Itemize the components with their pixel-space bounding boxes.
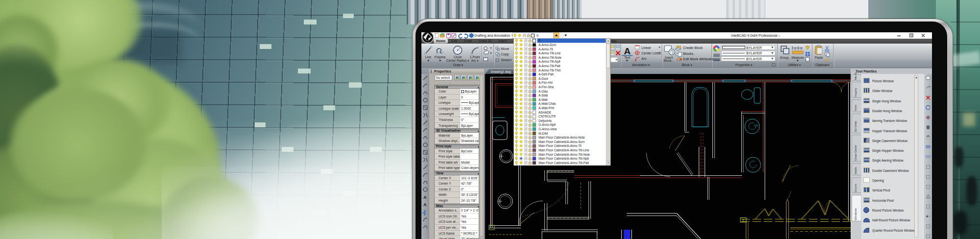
svg-text:Group...: Group... bbox=[780, 56, 791, 60]
svg-text:ASHADE: ASHADE bbox=[539, 111, 551, 114]
svg-text:Main Floor Cabinets\A-Anno-Tit: Main Floor Cabinets\A-Anno-Titl-Line bbox=[539, 148, 589, 152]
svg-text:Defpoints: Defpoints bbox=[539, 119, 552, 123]
svg-text:Main Floor Cabinets\A-Anno-Tit: Main Floor Cabinets\A-Anno-Titl-Patt bbox=[539, 161, 589, 165]
svg-text:Polyline: Polyline bbox=[435, 55, 446, 59]
svg-text:Arc ▾: Arc ▾ bbox=[471, 59, 479, 62]
svg-text:Block ▾: Block ▾ bbox=[682, 63, 693, 67]
svg-text:A-Anno-Titl-Note: A-Anno-Titl-Note bbox=[539, 56, 562, 59]
svg-text:Utilities ▾: Utilities ▾ bbox=[788, 63, 801, 67]
svg-text:A-Flor-Hnl: A-Flor-Hnl bbox=[539, 81, 553, 84]
svg-text:Draw: Draw bbox=[464, 39, 472, 43]
svg-text:Annotation ▾: Annotation ▾ bbox=[632, 63, 650, 67]
svg-text:A-Wall: A-Wall bbox=[539, 98, 547, 101]
svg-text:Blocks..: Blocks.. bbox=[683, 52, 695, 55]
svg-text:1-Point: 1-Point bbox=[470, 55, 480, 59]
svg-text:A-Glaz: A-Glaz bbox=[539, 90, 548, 93]
svg-text:A-Flor-Stra: A-Flor-Stra bbox=[539, 85, 554, 89]
svg-text:BYLAYER: BYLAYER bbox=[746, 57, 762, 61]
svg-text:Measure: Measure bbox=[791, 56, 804, 59]
svg-text:A-Anno-Titl-Nplt: A-Anno-Titl-Nplt bbox=[539, 60, 561, 64]
svg-text:BYLAYER: BYLAYER bbox=[746, 46, 762, 49]
svg-text:Line: Line bbox=[425, 55, 432, 59]
svg-text:Center Lines: Center Lines bbox=[641, 51, 661, 55]
svg-text:Move: Move bbox=[501, 47, 509, 50]
svg-text:Main Floor Cabinets\A-Anno-Til: Main Floor Cabinets\A-Anno-Til bbox=[539, 144, 582, 147]
svg-text:0: 0 bbox=[537, 34, 539, 37]
svg-text:Linear: Linear bbox=[641, 46, 651, 49]
svg-text:Edit: Edit bbox=[451, 39, 457, 43]
svg-text:A-Anno-Til: A-Anno-Til bbox=[539, 48, 553, 51]
svg-text:A-Anno-Titl-Line: A-Anno-Titl-Line bbox=[539, 51, 561, 55]
svg-text:Block...: Block... bbox=[663, 59, 674, 62]
svg-text:Paste: Paste bbox=[815, 56, 823, 59]
svg-text:BYLAYER: BYLAYER bbox=[746, 51, 762, 55]
svg-text:Drafting and Annotation: Drafting and Annotation bbox=[474, 34, 510, 38]
svg-text:Draw 3D: Draw 3D bbox=[479, 39, 492, 43]
svg-text:Main Floor Cabinets\A-Anno-Tit: Main Floor Cabinets\A-Anno-Titl-Note bbox=[539, 153, 590, 156]
svg-text:Text: Text bbox=[624, 56, 630, 59]
svg-text:Main Floor Cabinets\A-Anno-Tit: Main Floor Cabinets\A-Anno-Titl-Nplt bbox=[539, 157, 589, 161]
svg-text:A-Wall-Chas: A-Wall-Chas bbox=[539, 102, 556, 105]
svg-text:A: A bbox=[624, 46, 631, 56]
svg-text:Draw ▾: Draw ▾ bbox=[453, 63, 464, 67]
svg-text:A: A bbox=[423, 195, 427, 200]
svg-text:M-DIM: M-DIM bbox=[539, 132, 548, 135]
svg-text:Copy: Copy bbox=[501, 52, 509, 56]
svg-text:Create Block: Create Block bbox=[683, 46, 703, 49]
svg-text:Edit Block Attributes: Edit Block Attributes bbox=[683, 57, 714, 61]
svg-text:Clipboard: Clipboard bbox=[815, 63, 829, 67]
svg-text:A-Detl-Patt: A-Detl-Patt bbox=[539, 72, 554, 76]
svg-text:A-Wall-Prht: A-Wall-Prht bbox=[539, 106, 554, 110]
svg-text:Circle: Circle bbox=[454, 55, 462, 59]
svg-text:A-Anno-Titl-Patt: A-Anno-Titl-Patt bbox=[539, 64, 561, 68]
svg-text:G-Anno-View: G-Anno-View bbox=[539, 127, 557, 131]
svg-text:IntelliCAD 9.0x64 Professional: IntelliCAD 9.0x64 Professional – bbox=[731, 34, 780, 37]
svg-text:Home: Home bbox=[436, 39, 446, 43]
svg-text:Main Floor Cabinets\A-Anno-Not: Main Floor Cabinets\A-Anno-Note bbox=[539, 136, 585, 139]
svg-text:0: 0 bbox=[539, 39, 540, 42]
svg-text:A-Slab: A-Slab bbox=[539, 94, 548, 97]
svg-text:A-Anno-Titl-Thin: A-Anno-Titl-Thin bbox=[539, 69, 561, 72]
svg-text:A: A bbox=[423, 202, 427, 207]
svg-text:Center Radius ▾: Center Radius ▾ bbox=[446, 59, 469, 62]
svg-text:A-Anno-Scrn: A-Anno-Scrn bbox=[539, 43, 557, 47]
svg-text:Arc: Arc bbox=[641, 57, 647, 60]
svg-text:Main Floor Cabinets\A-Anno-Scr: Main Floor Cabinets\A-Anno-Scrn bbox=[539, 140, 585, 143]
svg-text:Stretch: Stretch bbox=[501, 58, 512, 62]
svg-text:Insert: Insert bbox=[498, 39, 507, 43]
svg-text:Properties ▾: Properties ▾ bbox=[735, 63, 753, 67]
svg-text:A-Door: A-Door bbox=[539, 77, 548, 80]
svg-text:CNTRCUTR: CNTRCUTR bbox=[539, 115, 556, 118]
svg-text:G-Anno-Nplt: G-Anno-Nplt bbox=[539, 123, 556, 127]
